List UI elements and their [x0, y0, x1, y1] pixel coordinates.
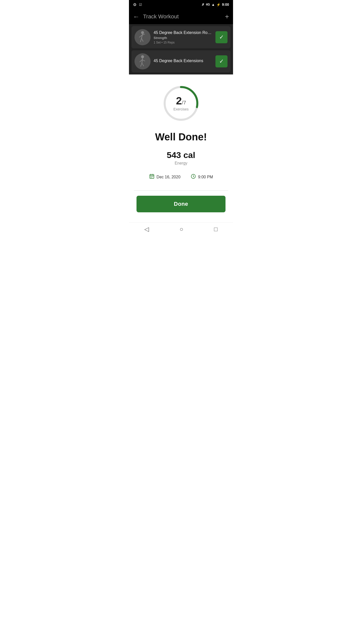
calories-value: 543 cal — [167, 150, 195, 160]
svg-line-8 — [140, 60, 142, 62]
exercise-figure-1 — [136, 31, 149, 44]
battery-icon: ⚡ — [216, 3, 220, 7]
exercise-name-2: 45 Degree Back Extensions — [154, 59, 212, 63]
svg-line-5 — [142, 38, 143, 42]
time-text: 9:00 PM — [198, 175, 213, 179]
status-right-icons: ✗ 4G ▲ ⚡ 9:00 — [202, 3, 229, 7]
home-nav-button[interactable]: ○ — [179, 226, 183, 233]
top-nav: ← Track Workout + — [129, 9, 233, 24]
exercise-meta-1: 1 Set • 15 Reps — [154, 41, 212, 44]
exercise-avatar-1 — [134, 29, 151, 45]
progress-text: 2/7 Exercises — [173, 96, 189, 111]
calories-label: Energy — [175, 161, 188, 166]
checkmark-icon-1: ✓ — [219, 34, 224, 41]
checkmark-icon-2: ✓ — [219, 58, 224, 65]
exercise-check-1[interactable]: ✓ — [215, 31, 228, 43]
clipboard-icon: ☑ — [139, 3, 142, 7]
svg-line-4 — [141, 38, 142, 42]
divider — [134, 190, 228, 191]
settings-icon: ⚙ — [133, 2, 137, 7]
svg-rect-17 — [151, 176, 152, 177]
clock-icon — [191, 174, 196, 180]
svg-rect-18 — [152, 176, 153, 177]
svg-line-11 — [142, 63, 144, 66]
exercise-card-2: 45 Degree Back Extensions ✓ — [131, 50, 231, 72]
recent-nav-button[interactable]: □ — [214, 226, 218, 233]
svg-point-6 — [141, 55, 144, 58]
svg-rect-16 — [150, 176, 151, 177]
back-nav-button[interactable]: ◁ — [144, 226, 149, 233]
page-title: Track Workout — [140, 13, 225, 20]
exercise-figure-2 — [136, 55, 149, 68]
calendar-icon — [149, 174, 155, 180]
bluetooth-icon: ✗ — [202, 3, 204, 7]
svg-rect-19 — [150, 177, 151, 178]
date-time-row: Dec 16, 2020 9:00 PM — [149, 174, 213, 180]
exercise-info-2: 45 Degree Back Extensions — [154, 59, 212, 64]
back-button[interactable]: ← — [133, 13, 140, 21]
progress-current: 2/7 — [176, 95, 186, 107]
date-text: Dec 16, 2020 — [157, 175, 180, 179]
svg-rect-20 — [151, 177, 152, 178]
exercise-card-1: 45 Degree Back Extension Ro… Strength 1 … — [131, 26, 231, 48]
exercise-check-2[interactable]: ✓ — [215, 55, 228, 67]
well-done-text: Well Done! — [155, 131, 207, 143]
done-button[interactable]: Done — [137, 196, 225, 212]
status-bar: ⚙ ☑ ✗ 4G ▲ ⚡ 9:00 — [129, 0, 233, 9]
progress-label: Exercises — [173, 107, 189, 111]
add-button[interactable]: + — [225, 13, 229, 21]
signal-label: 4G — [206, 3, 210, 6]
progress-total: /7 — [182, 100, 186, 105]
signal-icon: ▲ — [211, 3, 215, 7]
time-display: 9:00 — [222, 3, 229, 7]
exercise-type-1: Strength — [154, 36, 212, 40]
time-item: 9:00 PM — [191, 174, 213, 180]
bottom-nav: ◁ ○ □ — [129, 222, 233, 238]
svg-line-7 — [142, 58, 143, 63]
status-left-icons: ⚙ ☑ — [133, 2, 142, 7]
exercise-name-1: 45 Degree Back Extension Ro… — [154, 30, 212, 35]
exercises-list: 45 Degree Back Extension Ro… Strength 1 … — [129, 24, 233, 74]
exercise-info-1: 45 Degree Back Extension Ro… Strength 1 … — [154, 30, 212, 44]
exercise-avatar-2 — [134, 53, 151, 69]
main-content: 2/7 Exercises Well Done! 543 cal Energy — [129, 74, 233, 222]
progress-ring: 2/7 Exercises — [162, 85, 200, 122]
svg-point-0 — [141, 31, 144, 34]
date-item: Dec 16, 2020 — [149, 174, 180, 180]
svg-line-10 — [141, 63, 142, 66]
current-number: 2 — [176, 95, 182, 107]
